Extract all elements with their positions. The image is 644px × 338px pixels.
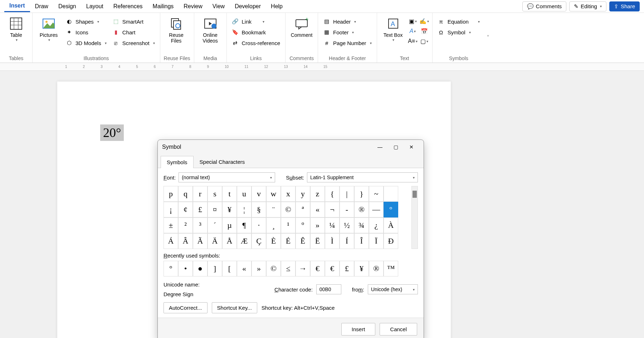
- symbol-cell[interactable]: s: [208, 186, 222, 202]
- recent-symbol-cell[interactable]: »: [252, 261, 266, 276]
- header-button[interactable]: ▤Header▾: [322, 17, 373, 26]
- crossref-button[interactable]: ⇄Cross-reference: [230, 39, 282, 47]
- recent-symbol-cell[interactable]: ©: [266, 261, 281, 276]
- recent-symbol-cell[interactable]: •: [178, 261, 193, 276]
- symbol-cell[interactable]: Å: [222, 233, 237, 249]
- symbol-cell[interactable]: }: [354, 186, 369, 202]
- symbol-cell[interactable]: Â: [178, 233, 193, 249]
- symbol-cell[interactable]: ´: [208, 217, 222, 233]
- share-button[interactable]: ⇪ Share: [609, 1, 640, 11]
- symbol-cell[interactable]: ª: [296, 202, 310, 217]
- symbol-cell[interactable]: È: [266, 233, 281, 249]
- close-button[interactable]: ✕: [404, 142, 419, 152]
- recent-symbol-cell[interactable]: °: [164, 261, 178, 276]
- grid-scrollbar[interactable]: [411, 186, 418, 249]
- online-videos-button[interactable]: Online Videos: [198, 15, 223, 45]
- symbol-cell[interactable]: ¥: [222, 202, 237, 217]
- tab-developer[interactable]: Developer: [230, 1, 266, 12]
- comment-button[interactable]: + Comment: [289, 15, 314, 39]
- tab-layout[interactable]: Layout: [81, 1, 108, 12]
- symbol-cell[interactable]: ½: [340, 217, 354, 233]
- symbol-cell[interactable]: ·: [252, 217, 266, 233]
- comments-button[interactable]: 💬 Comments: [522, 1, 567, 11]
- symbol-cell[interactable]: Ê: [296, 233, 310, 249]
- font-combo[interactable]: (normal text) ▾: [179, 172, 275, 182]
- selected-text[interactable]: 20°: [100, 124, 124, 141]
- ribbon-collapse-button[interactable]: ˅: [485, 13, 491, 63]
- symbol-cell[interactable]: À: [384, 217, 398, 233]
- link-button[interactable]: 🔗Link ▾: [230, 17, 282, 26]
- symbol-cell[interactable]: «: [310, 202, 325, 217]
- symbol-cell[interactable]: Á: [164, 233, 178, 249]
- symbol-cell[interactable]: Í: [340, 233, 354, 249]
- symbol-cell[interactable]: Î: [354, 233, 369, 249]
- datetime-button[interactable]: 📅: [420, 28, 429, 34]
- recent-symbol-cell[interactable]: ®: [369, 261, 384, 276]
- tab-mailings[interactable]: Mailings: [148, 1, 179, 12]
- pagenumber-button[interactable]: #Page Number▾: [322, 39, 373, 47]
- symbol-cell[interactable]: Ï: [369, 233, 384, 249]
- symbol-cell[interactable]: Æ: [237, 233, 252, 249]
- tab-review[interactable]: Review: [179, 1, 207, 12]
- footer-button[interactable]: ▦Footer▾: [322, 28, 373, 36]
- recent-symbol-cell[interactable]: ¥: [354, 261, 369, 276]
- wordart-button[interactable]: A▾: [409, 28, 417, 34]
- symbol-cell[interactable]: —: [369, 202, 384, 217]
- symbol-cell[interactable]: °: [384, 202, 398, 217]
- 3dmodels-button[interactable]: ⬡3D Models▾: [64, 39, 108, 47]
- bookmark-button[interactable]: 🔖Bookmark: [230, 28, 282, 36]
- symbol-cell[interactable]: ¨: [266, 202, 281, 217]
- shapes-button[interactable]: ◐Shapes▾: [64, 17, 108, 26]
- symbol-cell[interactable]: ³: [193, 217, 208, 233]
- symbol-cell[interactable]: ¹: [281, 217, 296, 233]
- symbol-cell[interactable]: ¦: [237, 202, 252, 217]
- recent-symbol-cell[interactable]: →: [296, 261, 310, 276]
- quickparts-button[interactable]: ▣▾: [409, 18, 417, 24]
- autocorrect-button[interactable]: AutoCorrect...: [164, 302, 208, 313]
- minimize-button[interactable]: ―: [372, 142, 388, 152]
- reuse-files-button[interactable]: Reuse Files: [164, 15, 189, 45]
- chart-button[interactable]: ▮Chart: [111, 28, 156, 36]
- symbol-cell[interactable]: ©: [281, 202, 296, 217]
- charcode-input[interactable]: [316, 284, 341, 294]
- symbol-cell[interactable]: p: [164, 186, 178, 202]
- symbol-cell[interactable]: u: [237, 186, 252, 202]
- tab-special-characters[interactable]: Special Characters: [194, 156, 251, 168]
- symbol-cell[interactable]: [384, 186, 398, 202]
- symbol-cell[interactable]: -: [340, 202, 354, 217]
- symbol-cell[interactable]: z: [310, 186, 325, 202]
- dropcap-button[interactable]: A≡▾: [409, 38, 417, 44]
- recent-symbol-cell[interactable]: €: [325, 261, 340, 276]
- subset-combo[interactable]: Latin-1 Supplement ▾: [307, 172, 418, 182]
- symbol-cell[interactable]: ¼: [325, 217, 340, 233]
- recent-symbol-cell[interactable]: ™: [384, 261, 398, 276]
- recent-symbol-cell[interactable]: [: [222, 261, 237, 276]
- symbol-cell[interactable]: Ã: [193, 233, 208, 249]
- tab-draw[interactable]: Draw: [30, 1, 53, 12]
- signature-button[interactable]: ✍▾: [420, 18, 429, 24]
- symbol-cell[interactable]: »: [310, 217, 325, 233]
- icons-button[interactable]: ✦Icons: [64, 28, 108, 36]
- symbol-cell[interactable]: Ç: [252, 233, 266, 249]
- symbol-cell[interactable]: ¡: [164, 202, 178, 217]
- symbol-cell[interactable]: w: [266, 186, 281, 202]
- symbol-cell[interactable]: r: [193, 186, 208, 202]
- symbol-cell[interactable]: ±: [164, 217, 178, 233]
- symbol-cell[interactable]: |: [340, 186, 354, 202]
- symbol-cell[interactable]: x: [281, 186, 296, 202]
- table-button[interactable]: Table ▾: [4, 15, 29, 43]
- symbol-cell[interactable]: ¶: [237, 217, 252, 233]
- symbol-cell[interactable]: ¿: [369, 217, 384, 233]
- symbol-cell[interactable]: ¤: [208, 202, 222, 217]
- object-button[interactable]: ▢▾: [420, 38, 429, 44]
- screenshot-button[interactable]: ⎚Screenshot▾: [111, 39, 156, 47]
- symbol-cell[interactable]: ²: [178, 217, 193, 233]
- symbol-cell[interactable]: º: [296, 217, 310, 233]
- tab-help[interactable]: Help: [266, 1, 288, 12]
- scrollbar-thumb[interactable]: [413, 191, 417, 198]
- recent-symbol-cell[interactable]: ]: [208, 261, 222, 276]
- cancel-button[interactable]: Cancel: [380, 323, 417, 335]
- symbol-cell[interactable]: ¬: [325, 202, 340, 217]
- symbol-cell[interactable]: ®: [354, 202, 369, 217]
- symbol-cell[interactable]: Ä: [208, 233, 222, 249]
